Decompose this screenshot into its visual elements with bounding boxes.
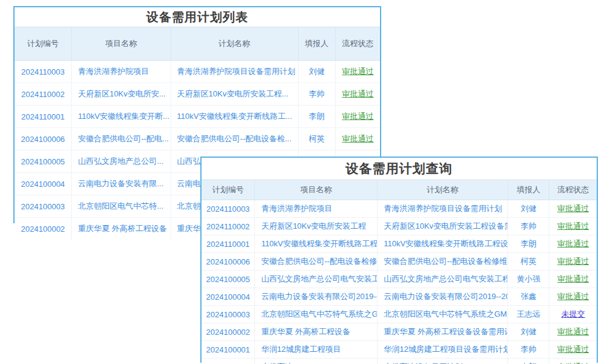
status-cell: 审批通过 (336, 61, 380, 83)
status-link[interactable]: 未提交 (561, 309, 585, 318)
status-cell: 审批通过 (549, 359, 597, 364)
status-link[interactable]: 审批通过 (557, 204, 589, 213)
filler-cell: 李朗 (508, 359, 549, 364)
filler-cell: 刘健 (508, 323, 549, 341)
table-row[interactable]: 2024100001华润12城房建工程项目华润12城房建工程项目设备需用计划2李… (202, 341, 597, 359)
table-row[interactable]: 2024100005山西弘文房地产总公司电气安装工程山西弘文房地产总公司电气安装… (202, 271, 597, 288)
filler-cell: 王志远 (508, 306, 549, 323)
plan-name-cell: 华润12城房建工程项目设备需用计划2 (378, 341, 508, 359)
plan-name-cell: 天府新区10Kv变电所安装工程... (171, 83, 298, 106)
plan-no-cell: 2024090003 (202, 359, 255, 364)
status-cell: 审批通过 (336, 106, 380, 128)
table-row[interactable]: 2024100006安徽合肥供电公司--配电设备检修维护安徽合肥供电公司--配电… (202, 253, 597, 271)
status-cell: 审批通过 (336, 128, 380, 150)
status-link[interactable]: 审批通过 (342, 134, 374, 143)
table-row[interactable]: 2024110002天府新区10Kv变电所安装工程天府新区10Kv变电所安装工程… (202, 218, 597, 235)
plan-name-cell: 天府新区10Kv变电所安装工程设备需用计划 (378, 218, 508, 235)
status-cell: 审批通过 (549, 218, 597, 235)
plan-no-cell: 2024100004 (202, 288, 255, 306)
column-header-plan-name: 计划名称 (378, 180, 508, 200)
status-link[interactable]: 审批通过 (557, 257, 589, 266)
equipment-plan-query-table: 计划编号 项目名称 计划名称 填报人 流程状态 2024110003青海洪湖养护… (202, 180, 597, 364)
table-row[interactable]: 2024110002天府新区10Kv变电所安...天府新区10Kv变电所安装工程… (15, 83, 380, 106)
column-header-plan-no: 计划编号 (15, 27, 72, 61)
status-cell: 审批通过 (336, 83, 380, 106)
project-name-cell: 110kV安徽线程集变开断... (72, 106, 171, 128)
status-cell: 审批通过 (549, 288, 597, 306)
project-name-cell: 重庆华夏 外高桥工程设备 (72, 218, 171, 240)
status-cell: 审批通过 (549, 200, 597, 218)
plan-name-cell: 安徽合肥供电公司--配电设备检... (171, 128, 298, 150)
status-cell: 审批通过 (549, 271, 597, 288)
plan-name-cell: 安徽合肥供电公司--配电设备检修维护设备需用计划 (378, 253, 508, 271)
plan-no-cell: 2024100005 (15, 150, 72, 173)
status-cell: 审批通过 (549, 235, 597, 253)
status-link[interactable]: 审批通过 (557, 327, 589, 336)
plan-no-cell: 2024100003 (202, 306, 255, 323)
project-name-cell: 山西弘文房地产总公司电气安装工程 (255, 271, 378, 288)
column-header-project-name: 项目名称 (72, 27, 171, 61)
plan-no-cell: 2024100006 (15, 128, 72, 150)
plan-no-cell: 2024110002 (15, 83, 72, 106)
status-link[interactable]: 审批通过 (557, 345, 589, 354)
project-name-cell: 安徽合肥供电公司--配电设备检修维护 (255, 253, 378, 271)
project-name-cell: 华润12城房建工程项目 (255, 341, 378, 359)
project-name-cell: 青海洪湖养护院项目 (255, 200, 378, 218)
table-row[interactable]: 2024110001110kV安徽线程集变开断线路工程110kV安徽线程集变开断… (202, 235, 597, 253)
table-row[interactable]: 2024110001110kV安徽线程集变开断...110kV安徽线程集变开断线… (15, 106, 380, 128)
filler-cell: 李朗 (508, 235, 549, 253)
plan-name-cell: 北京朝阳区电气中芯特气系统之GMS设备需用计划 (378, 306, 508, 323)
table-row[interactable]: 2024110003青海洪湖养护院项目青海洪湖养护院项目设备需用计划刘健审批通过 (15, 61, 380, 83)
status-link[interactable]: 审批通过 (557, 239, 589, 248)
filler-cell: 柯英 (298, 128, 335, 150)
project-name-cell: 安徽合肥供电公司--配电... (72, 128, 171, 150)
status-cell: 未提交 (549, 306, 597, 323)
column-header-project-name: 项目名称 (255, 180, 378, 200)
project-name-cell: 北京朝阳区电气中芯特气系统之GMS (255, 306, 378, 323)
project-name-cell: 广佛高速 (255, 359, 378, 364)
equipment-plan-query-panel: 设备需用计划查询 计划编号 项目名称 计划名称 填报人 流程状态 2024110… (200, 157, 598, 363)
table-row[interactable]: 2024110003青海洪湖养护院项目青海洪湖养护院项目设备需用计划刘健审批通过 (202, 200, 597, 218)
table-row[interactable]: 2024090003广佛高速广佛高速设备需用计划2李朗审批通过 (202, 359, 597, 364)
column-header-plan-name: 计划名称 (171, 27, 298, 61)
page-title: 设备需用计划查询 (202, 158, 597, 180)
plan-no-cell: 2024100004 (15, 173, 72, 195)
plan-name-cell: 青海洪湖养护院项目设备需用计划 (171, 61, 298, 83)
filler-cell: 李帅 (508, 341, 549, 359)
status-link[interactable]: 审批通过 (557, 221, 589, 231)
plan-no-cell: 2024100006 (202, 253, 255, 271)
table-row[interactable]: 2024100002重庆华夏 外高桥工程设备重庆华夏 外高桥工程设备设备需用计划… (202, 323, 597, 341)
filler-cell: 刘健 (508, 200, 549, 218)
status-cell: 审批通过 (549, 341, 597, 359)
plan-name-cell: 重庆华夏 外高桥工程设备设备需用计划 (378, 323, 508, 341)
status-cell: 审批通过 (549, 253, 597, 271)
status-cell: 审批通过 (549, 323, 597, 341)
plan-no-cell: 2024100005 (202, 271, 255, 288)
status-link[interactable]: 审批通过 (342, 67, 374, 76)
plan-no-cell: 2024100003 (15, 195, 72, 218)
status-link[interactable]: 审批通过 (557, 274, 589, 283)
project-name-cell: 重庆华夏 外高桥工程设备 (255, 323, 378, 341)
table-row[interactable]: 2024100004云南电力设备安装有限公司2019--2020云南电力设备安装… (202, 288, 597, 306)
table-header-row: 计划编号 项目名称 计划名称 填报人 流程状态 (15, 27, 380, 61)
plan-name-cell: 110kV安徽线程集变开断线路工程设备需用计划 (378, 235, 508, 253)
plan-name-cell: 云南电力设备安装有限公司2019--2020设备需用计划 (378, 288, 508, 306)
status-link[interactable]: 审批通过 (557, 292, 589, 301)
plan-no-cell: 2024100002 (15, 218, 72, 240)
table-row[interactable]: 2024100006安徽合肥供电公司--配电...安徽合肥供电公司--配电设备检… (15, 128, 380, 150)
project-name-cell: 天府新区10Kv变电所安装工程 (255, 218, 378, 235)
status-link[interactable]: 审批通过 (342, 89, 374, 98)
status-link[interactable]: 审批通过 (342, 112, 374, 121)
page-title: 设备需用计划列表 (15, 7, 380, 27)
filler-cell: 李朗 (298, 106, 335, 128)
plan-name-cell: 广佛高速设备需用计划2 (378, 359, 508, 364)
plan-no-cell: 2024110003 (15, 61, 72, 83)
column-header-filler: 填报人 (298, 27, 335, 61)
filler-cell: 柯英 (508, 253, 549, 271)
filler-cell: 黄小强 (508, 271, 549, 288)
project-name-cell: 110kV安徽线程集变开断线路工程 (255, 235, 378, 253)
column-header-plan-no: 计划编号 (202, 180, 255, 200)
project-name-cell: 北京朝阳区电气中芯特... (72, 195, 171, 218)
table-row[interactable]: 2024100003北京朝阳区电气中芯特气系统之GMS北京朝阳区电气中芯特气系统… (202, 306, 597, 323)
project-name-cell: 山西弘文房地产总公司... (72, 150, 171, 173)
